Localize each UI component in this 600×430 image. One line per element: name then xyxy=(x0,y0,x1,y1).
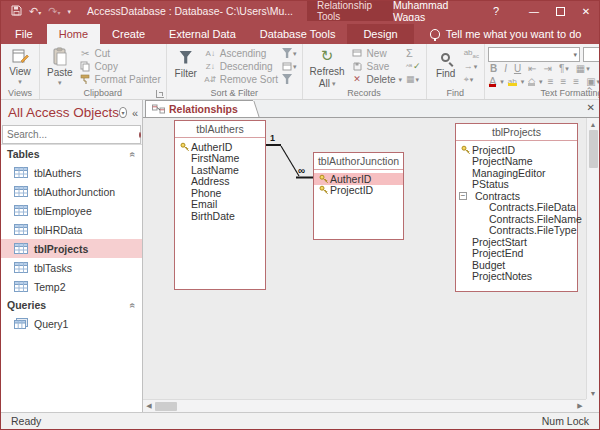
field-row-managingeditor[interactable]: ManagingEditor xyxy=(456,167,577,179)
spelling-button[interactable]: ᴬᴮ✓ xyxy=(406,60,421,72)
search-input[interactable] xyxy=(7,129,139,140)
search-icon[interactable] xyxy=(139,132,141,138)
field-row-projectstart[interactable]: ProjectStart xyxy=(456,236,577,248)
redo-icon[interactable]: ↷▾ xyxy=(48,6,60,17)
totals-button[interactable]: Σ xyxy=(406,47,421,59)
paste-button[interactable]: Paste ▾ xyxy=(43,46,77,86)
field-row-birthdate[interactable]: BirthDate xyxy=(175,210,265,222)
highlight-color-button[interactable]: ab xyxy=(507,77,518,86)
decrease-indent-button[interactable]: ⇤ xyxy=(526,63,538,74)
nav-item-tblauthorjunction[interactable]: tblAuthorJunction xyxy=(1,182,142,201)
field-row-lastname[interactable]: LastName xyxy=(175,164,265,176)
nav-group-header[interactable]: Tables« xyxy=(1,145,142,163)
italic-button[interactable]: I xyxy=(502,63,509,74)
close-button[interactable]: ✕ xyxy=(573,1,599,21)
nav-item-tbltasks[interactable]: tblTasks xyxy=(1,258,142,277)
field-row-budget[interactable]: Budget xyxy=(456,259,577,271)
ascending-button[interactable]: A↓Ascending xyxy=(204,47,278,59)
cut-button[interactable]: ✂Cut xyxy=(79,47,161,59)
view-button[interactable]: View ▾ xyxy=(4,46,36,86)
diagram-table-tblauthers[interactable]: tblAuthersAutherIDFirstNameLastNameAddre… xyxy=(174,120,266,290)
text-direction-button[interactable]: ¶▾ xyxy=(557,63,571,74)
nav-item-tblprojects[interactable]: tblProjects xyxy=(1,239,142,258)
field-row-projectend[interactable]: ProjectEnd xyxy=(456,248,577,260)
collapse-group-icon[interactable]: « xyxy=(128,151,139,157)
field-row-address[interactable]: Address xyxy=(175,176,265,188)
tab-relationships[interactable]: Relationships xyxy=(145,100,253,117)
horizontal-scrollbar[interactable]: ◀ ▶ xyxy=(143,399,586,412)
remove-sort-button[interactable]: A⇵Remove Sort xyxy=(204,73,278,85)
format-painter-button[interactable]: Format Painter xyxy=(79,73,161,85)
tab-external-data[interactable]: External Data xyxy=(157,24,248,44)
shutter-bar-close-icon[interactable]: « xyxy=(132,107,138,119)
alternate-row-color-button[interactable]: ▣▾ xyxy=(584,76,600,87)
diagram-table-tblauthorjunction[interactable]: tblAuthorJunctionAutherIDProjectID xyxy=(313,152,404,240)
diagram-table-title[interactable]: tblAuthorJunction xyxy=(314,153,403,170)
toggle-filter-button[interactable] xyxy=(282,73,297,85)
signed-in-user[interactable]: Muhammad Waqas xyxy=(393,0,467,23)
save-record-button[interactable]: Save xyxy=(351,60,402,72)
close-document-icon[interactable]: ✕ xyxy=(587,102,595,113)
delete-record-button[interactable]: ✕Delete▾ xyxy=(351,73,402,85)
nav-item-temp2[interactable]: Temp2 xyxy=(1,277,142,296)
tab-design[interactable]: Design xyxy=(347,24,413,44)
help-button[interactable]: ? xyxy=(493,5,499,17)
select-button[interactable]: ⌖▾ xyxy=(464,73,479,85)
field-row-contracts[interactable]: −Contracts xyxy=(456,190,577,202)
field-row-contracts.filename[interactable]: Contracts.FileName xyxy=(456,213,577,225)
font-color-button[interactable]: A xyxy=(488,75,497,87)
collapse-field-icon[interactable]: − xyxy=(459,192,467,200)
minimize-button[interactable]: — xyxy=(521,1,547,21)
field-row-pstatus[interactable]: PStatus xyxy=(456,179,577,191)
tab-create[interactable]: Create xyxy=(100,24,157,44)
align-center-button[interactable]: ≡ xyxy=(558,76,568,87)
field-row-autherid[interactable]: AutherID xyxy=(314,173,403,185)
field-row-contracts.filedata[interactable]: Contracts.FileData xyxy=(456,202,577,214)
save-icon[interactable] xyxy=(11,5,22,18)
collapse-group-icon[interactable]: « xyxy=(128,302,139,308)
tab-database-tools[interactable]: Database Tools xyxy=(248,24,348,44)
field-row-projectid[interactable]: ProjectID xyxy=(456,144,577,156)
field-row-email[interactable]: Email xyxy=(175,199,265,211)
find-button[interactable]: Find xyxy=(430,46,462,86)
scroll-down-icon[interactable]: ▼ xyxy=(587,387,599,399)
vertical-scroll-thumb[interactable] xyxy=(589,130,598,168)
nav-item-tblhrdata[interactable]: tblHRData xyxy=(1,220,142,239)
field-row-autherid[interactable]: AutherID xyxy=(175,141,265,153)
undo-icon[interactable]: ↶▾ xyxy=(29,6,41,17)
field-row-projectid[interactable]: ProjectID xyxy=(314,185,403,197)
scroll-right-icon[interactable]: ▶ xyxy=(574,400,586,412)
navigation-menu-icon[interactable]: ▾ xyxy=(119,107,127,118)
field-row-projectname[interactable]: ProjectName xyxy=(456,156,577,168)
clipboard-dialog-launcher[interactable] xyxy=(156,90,164,98)
goto-button[interactable]: →▾ xyxy=(464,60,479,72)
maximize-button[interactable] xyxy=(547,1,573,21)
nav-item-tblemployee[interactable]: tblEmployee xyxy=(1,201,142,220)
filter-button[interactable]: Filter xyxy=(170,46,202,86)
descending-button[interactable]: Z↓Descending xyxy=(204,60,278,72)
diagram-table-tblprojects[interactable]: tblProjectsProjectIDProjectNameManagingE… xyxy=(455,123,578,292)
diagram-table-title[interactable]: tblProjects xyxy=(456,124,577,141)
replace-button[interactable]: abac xyxy=(464,47,479,59)
font-size-combo[interactable]: ▾ xyxy=(583,47,600,62)
advanced-filter-button[interactable]: ▾ xyxy=(282,60,297,72)
field-row-projectnotes[interactable]: ProjectNotes xyxy=(456,271,577,283)
collapse-ribbon-icon[interactable]: ⌃ xyxy=(585,86,593,96)
field-row-firstname[interactable]: FirstName xyxy=(175,153,265,165)
bold-button[interactable]: B xyxy=(488,63,499,74)
gridlines-button[interactable]: ▦▾ xyxy=(574,63,592,74)
nav-item-tblauthers[interactable]: tblAuthers xyxy=(1,163,142,182)
align-left-button[interactable]: ≡ xyxy=(546,76,556,87)
selection-button[interactable]: ▾ xyxy=(282,47,297,59)
nav-group-header[interactable]: Queries« xyxy=(1,296,142,314)
qat-customize-icon[interactable]: ▾ xyxy=(67,8,71,15)
underline-button[interactable]: U xyxy=(512,63,523,74)
copy-button[interactable]: Copy xyxy=(79,60,161,72)
scroll-up-icon[interactable]: ▲ xyxy=(587,118,599,130)
nav-item-query1[interactable]: Query1 xyxy=(1,314,142,333)
new-record-button[interactable]: New xyxy=(351,47,402,59)
vertical-scrollbar[interactable]: ▲ ▼ xyxy=(586,118,599,399)
field-row-phone[interactable]: Phone xyxy=(175,187,265,199)
refresh-all-button[interactable]: ↻ Refresh All▾ xyxy=(306,46,349,86)
align-right-button[interactable]: ≡ xyxy=(571,76,581,87)
